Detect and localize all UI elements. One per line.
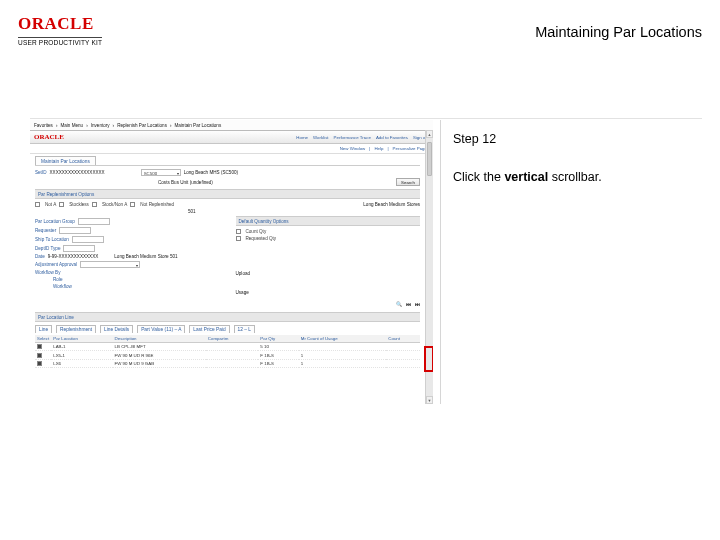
row-comp xyxy=(206,343,258,351)
f7-lbl: Role xyxy=(53,277,62,282)
f2-lbl: Ship To Location xyxy=(35,237,69,242)
repl-opt-0: Not A xyxy=(45,202,56,207)
app-header-bar: ORACLE Home Worklist Performance Trace A… xyxy=(30,131,433,144)
row-mr xyxy=(299,343,387,351)
app-body: Maintain Par Locations SetID XXXXXXXXXXX… xyxy=(30,154,425,404)
row-comp xyxy=(206,359,258,367)
row-select-cb[interactable] xyxy=(37,344,42,349)
brand-block: ORACLE USER PRODUCTIVITY KIT xyxy=(18,14,102,46)
link-new-window[interactable]: New Window xyxy=(340,146,366,151)
top-link-perf[interactable]: Performance Trace xyxy=(334,135,371,140)
rqty-1-cb[interactable] xyxy=(236,236,241,241)
breadcrumb-bar: Favorites› Main Menu› Inventory› Repleni… xyxy=(30,120,433,131)
sub-links-bar: New Window| Help| Personalize Page xyxy=(30,144,433,154)
ltab-0[interactable]: Line xyxy=(35,325,52,333)
th-cnt: Count xyxy=(386,335,420,343)
repl-opt-2-cb[interactable] xyxy=(92,202,97,207)
app-screenshot: Favorites› Main Menu› Inventory› Repleni… xyxy=(30,120,433,404)
f4-lbl: Date xyxy=(35,254,45,259)
repl-opts-row: Not A Stockless Stock/Non A Not Replenis… xyxy=(35,202,420,207)
instr-post: scrollbar. xyxy=(548,170,602,184)
crumb-0[interactable]: Favorites xyxy=(34,123,53,128)
row-cnt xyxy=(386,351,420,359)
th-mr: Mr Count of Usage xyxy=(299,335,387,343)
crumb-2[interactable]: Inventory xyxy=(91,123,110,128)
repl-opt-1-cb[interactable] xyxy=(59,202,64,207)
crumb-4[interactable]: Maintain Par Locations xyxy=(174,123,221,128)
link-personalize[interactable]: Personalize Page xyxy=(393,146,427,151)
first-icon[interactable]: ⏮ xyxy=(406,301,411,307)
scroll-down-arrow[interactable]: ▼ xyxy=(426,396,433,404)
top-link-fav[interactable]: Add to Favorites xyxy=(376,135,408,140)
f3-inp[interactable] xyxy=(63,245,95,252)
table-row: LX6FW 90 M UD 9 GABF 1B-S1 xyxy=(35,359,420,367)
ltab-1[interactable]: Replenishment xyxy=(56,325,96,333)
tab-maintain-par[interactable]: Maintain Par Locations xyxy=(35,156,96,165)
rqty-0-cb[interactable] xyxy=(236,229,241,234)
crumb-1[interactable]: Main Menu xyxy=(60,123,83,128)
f2-inp[interactable] xyxy=(72,236,104,243)
f5-lbl: Adjustment Approval xyxy=(35,262,77,267)
ltab-3[interactable]: Part Value (11) – A xyxy=(137,325,185,333)
row-loc: LAB-1 xyxy=(51,343,112,351)
row-desc: FW 90 M UD R 96E xyxy=(113,351,206,359)
left-fields: Par Location Group Requester Ship To Loc… xyxy=(35,216,220,309)
rqty-1: Requested Qty xyxy=(246,236,277,241)
magnify-icon[interactable]: 🔍 xyxy=(396,301,402,307)
repl-opt-3: Not Replenished xyxy=(140,202,174,207)
last-icon[interactable]: ⏭ xyxy=(415,301,420,307)
f8-lbl: Workflow xyxy=(53,284,72,289)
bu-select[interactable]: SC500 xyxy=(141,169,181,176)
page-title: Maintaining Par Locations xyxy=(535,24,702,40)
rqty-0: Count Qty xyxy=(246,229,267,234)
store-501: Long Beach Medium Store 501 xyxy=(114,254,177,259)
instruction-panel: Step 12 Click the vertical scrollbar. xyxy=(440,120,702,404)
setid-label: SetID xyxy=(35,170,47,175)
header-row-2: Costs Bus Unit (undefined) Search xyxy=(35,178,420,186)
scroll-up-arrow[interactable]: ▲ xyxy=(426,130,433,138)
row-loc: LX5-1 xyxy=(51,351,112,359)
ltab-4[interactable]: Last Price Paid xyxy=(189,325,229,333)
repl-opt-1: Stockless xyxy=(69,202,89,207)
repl-opt-3-cb[interactable] xyxy=(130,202,135,207)
row-comp xyxy=(206,351,258,359)
top-link-home[interactable]: Home xyxy=(296,135,308,140)
repl-store-name: Long Beach Medium Stores xyxy=(363,202,420,207)
oracle-logo: ORACLE xyxy=(18,14,102,34)
row-par: F 1B-S xyxy=(258,359,298,367)
row-par: F 1B-S xyxy=(258,351,298,359)
f5-sel[interactable] xyxy=(80,261,140,268)
th-par: Par Qty xyxy=(258,335,298,343)
ltab-2[interactable]: Line Details xyxy=(100,325,133,333)
f1-inp[interactable] xyxy=(59,227,91,234)
par-line-table: Select Par Location Description Compartm… xyxy=(35,335,420,368)
table-header-row: Select Par Location Description Compartm… xyxy=(35,335,420,343)
instruction-text: Click the vertical scrollbar. xyxy=(453,170,690,184)
repl-store-num: 501 xyxy=(188,209,196,214)
ltab-5[interactable]: 12 – L xyxy=(234,325,255,333)
top-link-worklist[interactable]: Worklist xyxy=(313,135,329,140)
top-links: Home Worklist Performance Trace Add to F… xyxy=(296,135,429,140)
row-select-cb[interactable] xyxy=(37,353,42,358)
table-row: LAB-1LB CPL-BI MFT5 10 xyxy=(35,343,420,351)
scroll-thumb[interactable] xyxy=(427,142,432,176)
f6-lbl: Workflow By xyxy=(35,270,60,275)
search-button[interactable]: Search xyxy=(396,178,420,186)
vertical-scrollbar[interactable]: ▲ ▼ xyxy=(425,130,433,404)
row-par: 5 10 xyxy=(258,343,298,351)
f1-lbl: Requester xyxy=(35,228,56,233)
breadcrumb: Favorites› Main Menu› Inventory› Repleni… xyxy=(34,123,429,128)
crumb-3[interactable]: Replenish Par Locations xyxy=(117,123,167,128)
setid-value: XXXXXXXXXXXXXXXXXX xyxy=(50,170,105,175)
f0-inp[interactable] xyxy=(78,218,110,225)
repl-opt-0-cb[interactable] xyxy=(35,202,40,207)
link-help[interactable]: Help xyxy=(374,146,383,151)
section-repl-options: Par Replenishment Options xyxy=(35,189,420,199)
brand-sub: USER PRODUCTIVITY KIT xyxy=(18,37,102,46)
right-fields: Default Quantity Options Count Qty Reque… xyxy=(236,216,421,309)
divider xyxy=(30,118,702,119)
f4-val: 9-99-XXXXXXXXXXXXX xyxy=(48,254,99,259)
section-default-qty: Default Quantity Options xyxy=(236,216,421,226)
row-desc: FW 90 M UD 9 GAB xyxy=(113,359,206,367)
row-select-cb[interactable] xyxy=(37,361,42,366)
